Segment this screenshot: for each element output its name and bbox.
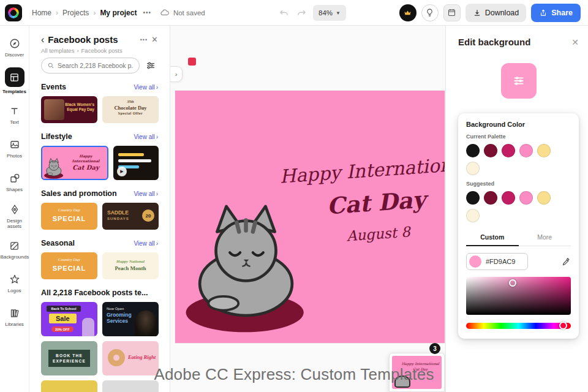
tab-more[interactable]: More	[519, 230, 571, 246]
template-thumb-sales-2[interactable]: SADDLE SUNDAYS 20	[102, 203, 159, 230]
template-thumb-all-1[interactable]: Back To School Sale 20% OFF	[41, 302, 97, 336]
sv-knob[interactable]	[509, 279, 516, 287]
color-swatch[interactable]	[519, 144, 533, 157]
breadcrumb-current-project[interactable]: My project	[100, 9, 137, 17]
canvas-area: › Happy International Cat Day August 8 3…	[170, 26, 445, 392]
color-swatch[interactable]	[466, 162, 480, 175]
express-logo[interactable]	[5, 4, 22, 21]
hue-slider[interactable]	[466, 323, 571, 329]
rail-item-backgrounds[interactable]: Backgrounds	[0, 233, 29, 266]
topbar: Home › Projects › My project ••• Not sav…	[0, 0, 588, 26]
panel-title: Facebook posts	[48, 34, 118, 45]
view-all-seasonal[interactable]: View all›	[134, 240, 158, 247]
download-button[interactable]: Download	[466, 4, 527, 22]
rail-item-design-assets[interactable]: Design assets	[0, 199, 29, 233]
undo-button[interactable]	[279, 7, 290, 18]
thumb-photo	[44, 99, 64, 120]
rail-item-discover[interactable]: Discover	[0, 31, 29, 64]
download-icon	[473, 9, 481, 17]
rail-item-text[interactable]: Text	[0, 98, 29, 132]
save-status-label: Not saved	[173, 9, 205, 17]
template-thumb-all-2[interactable]: Now Open GroomingServices	[102, 302, 159, 336]
color-swatch[interactable]	[502, 191, 515, 205]
hex-input[interactable]	[486, 258, 522, 265]
color-swatch[interactable]	[466, 144, 480, 157]
zoom-level: 84%	[318, 9, 333, 17]
breadcrumb-projects[interactable]: Projects	[62, 9, 89, 17]
rail-item-libraries[interactable]: Libraries	[0, 300, 29, 334]
color-swatch[interactable]	[466, 209, 480, 222]
search-box[interactable]	[41, 58, 140, 74]
view-all-events[interactable]: View all›	[134, 84, 158, 91]
design-canvas[interactable]: Happy International Cat Day August 8	[175, 91, 445, 343]
panel-collapse-tab[interactable]: ›	[170, 66, 183, 82]
background-color-card: Background Color Current Palette Suggest…	[458, 113, 579, 339]
rail-item-photos[interactable]: Photos	[0, 132, 29, 165]
scheduler-button[interactable]	[443, 4, 461, 21]
current-color-dot	[469, 255, 481, 268]
rail-item-templates[interactable]: Templates	[0, 64, 29, 98]
search-input[interactable]	[58, 62, 134, 69]
panel-crumb-facebook-posts[interactable]: Facebook posts	[81, 47, 123, 54]
rail-label: Photos	[1, 153, 29, 159]
chevron-down-icon: ▼	[336, 10, 341, 16]
left-rail: Discover Templates Text Photos Shapes De…	[0, 26, 29, 392]
tab-custom[interactable]: Custom	[466, 230, 519, 246]
template-thumb-lifestyle-video[interactable]: ▶	[113, 146, 159, 180]
template-thumb-sales-1[interactable]: Country Day SPECIAL	[41, 203, 97, 230]
compass-icon	[8, 37, 21, 50]
design-assets-icon	[8, 203, 21, 216]
template-thumb-seasonal-2[interactable]: Happy National Peach Month	[102, 252, 159, 279]
edit-panel-close-icon[interactable]: ✕	[571, 37, 579, 47]
share-button[interactable]: Share	[531, 4, 581, 22]
rail-item-logos[interactable]: Logos	[0, 266, 29, 300]
template-thumb-cat-day-selected[interactable]: Happy International Cat Day	[41, 146, 108, 180]
topbar-actions: Download Share	[399, 4, 581, 22]
back-chevron-icon[interactable]: ‹	[41, 35, 44, 45]
color-swatch[interactable]	[484, 191, 497, 205]
rail-label: Design assets	[1, 218, 29, 229]
zoom-control[interactable]: 84% ▼	[313, 5, 346, 21]
panel-close-icon[interactable]: ✕	[151, 35, 158, 44]
premium-crown-button[interactable]	[399, 4, 417, 21]
background-swatch-button[interactable]	[501, 63, 537, 99]
chevron-right-icon: ›	[156, 84, 158, 91]
color-swatch[interactable]	[502, 144, 515, 157]
template-thumb-events-2[interactable]: 35th Chocolate Day Special Offer	[102, 96, 159, 123]
color-swatch[interactable]	[484, 144, 497, 157]
template-thumb-events-1[interactable]: Black Women'sEqual Pay Day	[41, 96, 97, 123]
filter-button[interactable]	[143, 58, 158, 73]
tips-lightbulb-button[interactable]	[421, 4, 439, 21]
chevron-right-icon: ›	[175, 70, 178, 78]
sliders-icon	[512, 74, 526, 88]
eyedropper-button[interactable]	[562, 257, 571, 266]
hue-knob[interactable]	[559, 322, 567, 330]
breadcrumb: Home › Projects › My project	[32, 9, 137, 17]
templates-panel: ‹ Facebook posts ••• ✕ All templates › F…	[29, 26, 170, 392]
libraries-icon	[8, 306, 21, 320]
panel-more-button[interactable]: •••	[140, 37, 148, 43]
page-count-badge[interactable]: 3	[429, 343, 440, 354]
redo-button[interactable]	[296, 7, 307, 18]
color-swatch[interactable]	[519, 191, 533, 205]
rail-item-shapes[interactable]: Shapes	[0, 165, 29, 199]
color-tabs: Custom More	[466, 230, 571, 246]
hex-input-box[interactable]	[466, 253, 528, 270]
breadcrumb-home[interactable]: Home	[32, 9, 51, 17]
color-swatch[interactable]	[466, 191, 480, 205]
color-swatch[interactable]	[537, 191, 551, 205]
color-swatch[interactable]	[537, 144, 551, 157]
section-title-sales: Sales and promotion	[41, 189, 117, 198]
view-all-sales[interactable]: View all›	[134, 190, 158, 197]
panel-crumb-all-templates[interactable]: All templates	[41, 47, 74, 54]
rail-label: Discover	[1, 52, 29, 58]
current-palette-swatches	[466, 144, 558, 175]
project-more-button[interactable]: •••	[143, 9, 151, 16]
canvas-text-block[interactable]: Happy International Cat Day August 8	[271, 152, 445, 249]
red-marker-icon[interactable]	[188, 58, 196, 66]
saturation-value-field[interactable]	[466, 277, 571, 315]
suggested-swatches	[466, 191, 558, 222]
template-thumb-seasonal-1[interactable]: Country Day SPECIAL	[41, 252, 97, 279]
current-palette-label: Current Palette	[466, 134, 571, 140]
view-all-lifestyle[interactable]: View all›	[134, 134, 158, 140]
